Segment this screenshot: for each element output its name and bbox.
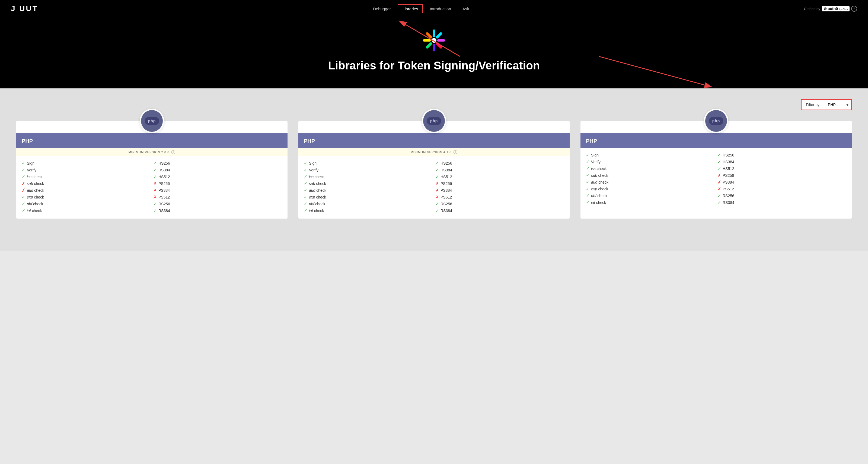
check-fail-icon: ✗ <box>22 181 25 186</box>
check-item: ✗PS256 <box>435 181 564 186</box>
hero-section: Libraries for Token Signing/Verification <box>0 18 868 88</box>
nav-links: Debugger Libraries Introduction Ask <box>368 4 474 13</box>
check-label: iat check <box>27 209 42 213</box>
check-label: sub check <box>591 173 608 178</box>
filter-group: Filter by PHP Java Node.js Python Ruby .… <box>801 99 852 110</box>
check-label: RS256 <box>723 194 734 198</box>
check-item: ✓HS384 <box>717 159 846 164</box>
content-area: Filter by PHP Java Node.js Python Ruby .… <box>0 88 868 251</box>
jwt-logo <box>422 28 446 53</box>
filter-label: Filter by <box>802 100 824 110</box>
check-label: HS384 <box>723 160 734 164</box>
check-item: ✗PS384 <box>717 180 846 185</box>
check-fail-icon: ✗ <box>22 188 25 193</box>
php-badge: php <box>704 109 728 133</box>
check-label: aud check <box>309 188 326 192</box>
check-item: ✓nbf check <box>22 201 151 206</box>
check-fail-icon: ✗ <box>717 186 721 191</box>
help-icon[interactable]: ? <box>851 6 857 12</box>
check-ok-icon: ✓ <box>153 160 157 166</box>
navbar: J UUT Debugger Libraries Introduction As… <box>0 0 868 18</box>
check-item: ✓HS512 <box>435 174 564 179</box>
check-label: nbf check <box>27 202 43 206</box>
check-label: PS512 <box>723 187 734 191</box>
check-fail-icon: ✗ <box>717 180 721 185</box>
check-item: ✓nbf check <box>304 201 433 206</box>
check-ok-icon: ✓ <box>304 181 307 186</box>
check-ok-icon: ✓ <box>22 160 25 166</box>
check-item: ✗PS384 <box>435 188 564 193</box>
nav-ask[interactable]: Ask <box>458 5 474 13</box>
check-label: HS384 <box>440 168 452 172</box>
check-item: ✓exp check <box>586 186 715 191</box>
svg-rect-2 <box>437 39 445 42</box>
check-ok-icon: ✓ <box>435 174 439 179</box>
check-ok-icon: ✓ <box>586 166 589 171</box>
check-item: ✓iat check <box>586 200 715 205</box>
check-ok-icon: ✓ <box>22 201 25 206</box>
check-ok-icon: ✓ <box>586 180 589 185</box>
check-fail-icon: ✗ <box>153 194 157 199</box>
check-ok-icon: ✓ <box>586 200 589 205</box>
svg-rect-1 <box>435 32 443 39</box>
check-item: ✓HS512 <box>717 166 846 171</box>
check-item: ✓aud check <box>304 188 433 193</box>
check-label: PS384 <box>723 180 734 184</box>
library-card-2: php PHP✓Sign✓HS256✓Verify✓HS384✓iss chec… <box>581 121 852 219</box>
check-item: ✓aud check <box>586 180 715 185</box>
check-label: PS256 <box>440 181 452 186</box>
check-item: ✓exp check <box>22 194 151 199</box>
nav-libraries[interactable]: Libraries <box>398 4 423 13</box>
check-ok-icon: ✓ <box>22 174 25 179</box>
check-fail-icon: ✗ <box>153 188 157 193</box>
svg-rect-0 <box>433 30 435 37</box>
check-label: HS384 <box>158 168 170 172</box>
nav-debugger[interactable]: Debugger <box>368 5 396 13</box>
card-header: PHP <box>299 133 569 148</box>
check-label: exp check <box>27 195 44 199</box>
check-item: ✗PS256 <box>717 173 846 178</box>
check-item: ✓sub check <box>304 181 433 186</box>
check-item: ✓HS256 <box>153 160 282 166</box>
info-icon[interactable]: i <box>172 150 175 154</box>
check-ok-icon: ✓ <box>304 188 307 193</box>
svg-point-8 <box>432 38 436 43</box>
check-label: Sign <box>27 161 34 165</box>
check-item: ✓HS512 <box>153 174 282 179</box>
check-label: Verify <box>27 168 36 172</box>
check-item: ✓Sign <box>304 160 433 166</box>
logo: J UUT <box>11 4 38 13</box>
check-item: ✓Verify <box>586 159 715 164</box>
check-item: ✗PS512 <box>153 194 282 199</box>
check-label: iat check <box>309 209 324 213</box>
svg-rect-4 <box>433 44 435 52</box>
check-item: ✓iss check <box>304 174 433 179</box>
check-ok-icon: ✓ <box>153 201 157 206</box>
nav-introduction[interactable]: Introduction <box>425 5 456 13</box>
check-ok-icon: ✓ <box>304 174 307 179</box>
check-item: ✓Verify <box>22 167 151 173</box>
check-ok-icon: ✓ <box>717 200 721 205</box>
check-label: RS256 <box>158 202 170 206</box>
info-icon[interactable]: i <box>454 150 457 154</box>
check-label: Sign <box>591 153 599 157</box>
check-item: ✓iat check <box>22 208 151 213</box>
check-ok-icon: ✓ <box>22 194 25 199</box>
svg-rect-7 <box>425 32 433 39</box>
check-ok-icon: ✓ <box>586 152 589 158</box>
check-label: nbf check <box>309 202 325 206</box>
check-item: ✓RS384 <box>435 208 564 213</box>
check-ok-icon: ✓ <box>304 167 307 173</box>
check-item: ✓HS384 <box>153 167 282 173</box>
check-ok-icon: ✓ <box>153 174 157 179</box>
min-version-bar: MINIMUM VERSION 2.0.0 i <box>16 148 287 156</box>
check-item: ✗PS384 <box>153 188 282 193</box>
card-body: ✓Sign✓HS256✓Verify✓HS384✓iss check✓HS512… <box>16 156 287 219</box>
filter-select-wrap: PHP Java Node.js Python Ruby .NET <box>824 100 851 110</box>
check-item: ✓Sign <box>586 152 715 158</box>
check-ok-icon: ✓ <box>22 208 25 213</box>
check-label: PS512 <box>440 195 452 199</box>
check-label: PS256 <box>723 173 734 178</box>
check-item: ✓RS256 <box>435 201 564 206</box>
filter-select[interactable]: PHP Java Node.js Python Ruby .NET <box>824 100 851 110</box>
